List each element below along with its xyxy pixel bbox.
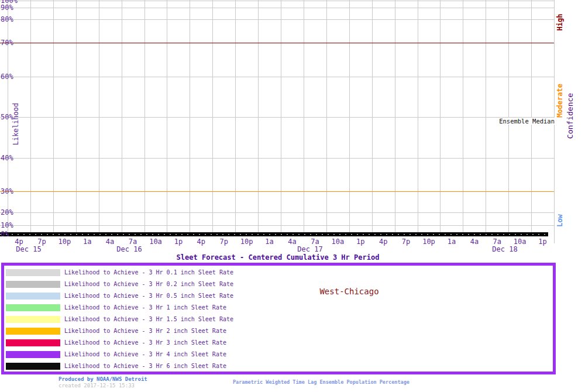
x-axis-tick-label: 4p: [15, 238, 23, 246]
x-axis-tick-label: 1a: [448, 238, 456, 246]
x-axis-tick-label: 10p: [58, 238, 71, 246]
x-axis-tick-label: 10p: [422, 238, 435, 246]
legend-row: Likelihood to Achieve - 3 Hr 3 inch Slee…: [4, 339, 553, 351]
legend-label: Likelihood to Achieve - 3 Hr 4 inch Slee…: [64, 351, 226, 358]
x-axis-tick-label: 1a: [265, 238, 273, 246]
legend-row: Likelihood to Achieve - 3 Hr 4 inch Slee…: [4, 351, 553, 363]
legend-swatch: [6, 269, 60, 276]
legend-label: Likelihood to Achieve - 3 Hr 0.5 inch Sl…: [64, 293, 233, 300]
horizontal-gridline: [0, 225, 554, 226]
x-axis-line: [0, 232, 548, 236]
legend-row: Likelihood to Achieve - 3 Hr 1 inch Slee…: [4, 304, 553, 316]
horizontal-gridline: [0, 8, 554, 8]
legend-label: Likelihood to Achieve - 3 Hr 0.1 inch Sl…: [64, 269, 233, 276]
x-axis-tick-label: 1p: [356, 238, 364, 246]
y-axis-tick-label: 80%: [1, 15, 13, 23]
confidence-band-label-moderate: Moderate: [556, 84, 564, 118]
legend-swatch: [6, 293, 60, 300]
legend-label: Likelihood to Achieve - 3 Hr 1.5 inch Sl…: [64, 316, 233, 323]
legend-row: Likelihood to Achieve - 3 Hr 2 inch Slee…: [4, 328, 553, 339]
x-axis-tick-label: 10a: [331, 238, 344, 246]
x-axis-tick-label: 4a: [106, 238, 114, 246]
x-axis-tick-label: 4a: [288, 238, 296, 246]
legend-row: Likelihood to Achieve - 3 Hr 0.1 inch Sl…: [4, 269, 553, 281]
x-axis-tick-label: 7a: [493, 238, 501, 246]
footer-created-timestamp: created 2017-12-15 15:33: [58, 383, 135, 388]
y-axis-tick-label: 90%: [1, 4, 13, 12]
horizontal-gridline: [0, 19, 554, 20]
x-axis-tick-label: 7a: [129, 238, 137, 246]
legend-swatch: [6, 281, 60, 288]
y-axis-tick-label: 20%: [1, 208, 13, 216]
confidence-band-label-high: High: [556, 14, 564, 31]
horizontal-gridline: [0, 117, 554, 118]
legend-label: Likelihood to Achieve - 3 Hr 0.2 inch Sl…: [64, 281, 233, 288]
legend-label: Likelihood to Achieve - 3 Hr 3 inch Slee…: [64, 339, 226, 346]
legend-swatch: [6, 328, 60, 335]
y-axis-title: Likelihood: [12, 103, 20, 145]
y-axis-tick-label: 40%: [1, 154, 13, 162]
y-axis-tick-label: 0%: [1, 230, 9, 238]
x-axis-tick-label: 4p: [379, 238, 387, 246]
legend-swatch: [6, 304, 60, 311]
legend-swatch: [6, 316, 60, 323]
y-axis-tick-label: 30%: [1, 187, 13, 195]
horizontal-gridline: [0, 158, 554, 159]
x-axis-date-label: Dec 15: [16, 245, 41, 253]
x-axis-tick-label: 10a: [149, 238, 162, 246]
x-axis-tick-label: 1a: [83, 238, 91, 246]
legend-row: Likelihood to Achieve - 3 Hr 0.5 inch Sl…: [4, 293, 553, 304]
x-axis-date-label: Dec 16: [116, 245, 142, 253]
legend-label: Likelihood to Achieve - 3 Hr 1 inch Slee…: [64, 304, 226, 311]
legend-box: West-Chicago Likelihood to Achieve - 3 H…: [1, 263, 556, 374]
legend-row: Likelihood to Achieve - 3 Hr 1.5 inch Sl…: [4, 316, 553, 328]
y-axis-tick-label: 70%: [1, 39, 13, 47]
reference-line-30pct: [0, 191, 554, 192]
sleet-forecast-chart: Likelihood 100%90%80%70%60%50%40%30%20%1…: [0, 0, 585, 392]
legend-swatch: [6, 363, 60, 370]
x-axis-tick-label: 7p: [219, 238, 228, 246]
ensemble-median-label: Ensemble Median: [499, 118, 555, 125]
confidence-band-label-low: Low: [556, 214, 564, 227]
legend-label: Likelihood to Achieve - 3 Hr 6 inch Slee…: [64, 363, 226, 370]
legend-row: Likelihood to Achieve - 3 Hr 0.2 inch Sl…: [4, 281, 553, 293]
x-axis-tick-label: 7a: [311, 238, 319, 246]
x-axis-date-label: Dec 17: [297, 245, 322, 253]
y-axis-tick-label: 10%: [1, 221, 13, 229]
x-axis-tick-label: 1p: [174, 238, 183, 246]
y-axis-tick-label: 50%: [1, 113, 13, 121]
chart-title: Sleet Forecast - Centered Cumulative 3 H…: [0, 253, 556, 262]
x-axis-tick-label: 7p: [37, 238, 46, 246]
footer-produced-by: Produced by NOAA/NWS Detroit: [58, 376, 147, 382]
footer-method-description: Parametric Weighted Time Lag Ensemble Po…: [233, 379, 410, 385]
legend-row: Likelihood to Achieve - 3 Hr 6 inch Slee…: [4, 363, 553, 374]
horizontal-gridline: [0, 77, 554, 77]
legend-swatch: [6, 351, 60, 358]
legend-swatch: [6, 339, 60, 346]
reference-line-70pct: [0, 43, 554, 43]
x-axis-tick-label: 4p: [197, 238, 205, 246]
x-axis-date-label: Dec 18: [492, 245, 517, 253]
y-axis-tick-label: 60%: [1, 73, 13, 81]
horizontal-gridline: [0, 212, 554, 213]
x-axis-tick-label: 7p: [402, 238, 410, 246]
plot-area: [0, 0, 555, 234]
x-axis-tick-label: 10p: [240, 238, 253, 246]
horizontal-gridline: [0, 1, 554, 1]
x-axis-tick-label: 1p: [538, 238, 546, 246]
x-axis-tick-label: 10a: [514, 238, 526, 246]
x-axis-tick-label: 4a: [470, 238, 479, 246]
right-axis-title: Confidence: [566, 93, 574, 139]
legend-label: Likelihood to Achieve - 3 Hr 2 inch Slee…: [64, 328, 226, 335]
